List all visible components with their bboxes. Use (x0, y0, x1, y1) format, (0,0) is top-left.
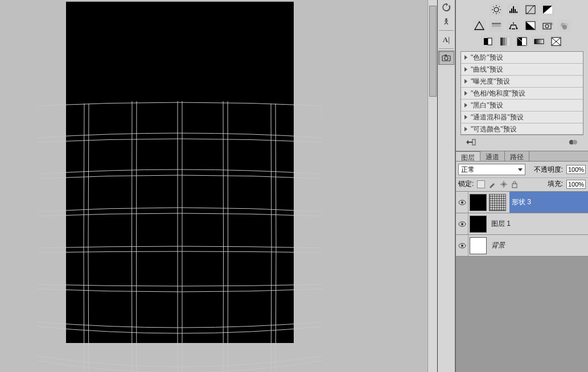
svg-rect-3 (445, 55, 447, 56)
brightness-contrast-icon[interactable] (490, 3, 503, 16)
svg-rect-14 (492, 27, 501, 29)
adjustment-presets-list[interactable]: "色阶"预设 "曲线"预设 "曝光度"预设 "色相/饱和度"预设 "黑白"预设 … (460, 51, 583, 135)
layer-name[interactable]: 背景 (489, 235, 588, 256)
visibility-eye-icon[interactable] (456, 192, 468, 213)
scrollbar-thumb[interactable] (429, 6, 437, 97)
opacity-field[interactable]: 100% (566, 165, 586, 174)
tab-layers[interactable]: 图层 (456, 151, 480, 161)
lock-position-icon[interactable] (500, 180, 508, 188)
svg-rect-28 (503, 38, 505, 46)
adjustments-row-1 (460, 3, 583, 16)
invert-icon[interactable] (481, 35, 495, 48)
svg-rect-13 (492, 25, 501, 27)
svg-point-0 (445, 18, 447, 20)
layer-thumbnail[interactable] (470, 216, 487, 233)
selective-color-icon[interactable] (549, 35, 563, 48)
preset-label: "曲线"预设 (471, 65, 503, 75)
svg-point-24 (562, 25, 567, 30)
exposure-icon[interactable] (541, 3, 554, 16)
preset-item[interactable]: "通道混和器"预设 (461, 111, 583, 123)
svg-rect-27 (500, 38, 503, 46)
paragraph-panel-icon[interactable]: A| (438, 32, 454, 47)
caret-down-icon (518, 168, 523, 171)
layers-list[interactable]: 形状 3 图层 1 背景 (456, 192, 588, 372)
svg-rect-12 (492, 23, 501, 24)
return-to-adjustment-icon[interactable] (465, 138, 476, 147)
blend-mode-select[interactable]: 正常 (458, 164, 525, 175)
svg-rect-34 (472, 139, 475, 145)
svg-rect-17 (512, 28, 515, 30)
svg-point-36 (573, 140, 577, 144)
collapsed-panel-dock: A| (438, 0, 455, 372)
vibrance-icon[interactable] (472, 19, 486, 32)
layer-row[interactable]: 图层 1 (456, 213, 588, 235)
curves-icon[interactable] (524, 3, 537, 16)
preset-item[interactable]: "黑白"预设 (461, 100, 583, 111)
canvas-vertical-scrollbar[interactable] (427, 0, 437, 372)
layer-options-row: 正常 不透明度: 100% (456, 162, 588, 178)
gradient-map-icon[interactable] (532, 35, 546, 48)
preset-label: "色阶"预设 (471, 53, 503, 63)
svg-point-41 (461, 223, 463, 225)
camera-panel-icon[interactable] (438, 51, 454, 65)
tab-paths[interactable]: 路径 (505, 151, 529, 161)
hue-saturation-icon[interactable] (490, 19, 503, 32)
svg-point-20 (545, 24, 549, 28)
svg-rect-25 (484, 38, 488, 45)
layer-row[interactable]: 背景 (456, 235, 588, 257)
preset-label: "可选颜色"预设 (471, 125, 517, 134)
lock-label: 锁定: (458, 179, 474, 189)
vector-mask-thumbnail[interactable] (489, 194, 506, 211)
triangle-right-icon (464, 79, 467, 84)
svg-rect-29 (505, 38, 507, 46)
canvas-area[interactable] (0, 0, 438, 372)
triangle-right-icon (464, 127, 467, 131)
triangle-right-icon (464, 115, 467, 119)
preset-item[interactable]: "曝光度"预设 (461, 76, 583, 88)
threshold-icon[interactable] (515, 35, 529, 48)
adjustments-row-3 (460, 35, 583, 48)
svg-point-43 (461, 245, 463, 247)
clip-to-layer-icon[interactable] (568, 138, 579, 147)
svg-rect-32 (534, 39, 544, 44)
preset-label: "通道混和器"预设 (471, 113, 524, 122)
layer-name[interactable]: 图层 1 (489, 213, 588, 234)
lock-row: 锁定: 填充: 100% (456, 178, 588, 192)
layer-row[interactable]: 形状 3 (456, 192, 588, 213)
actions-panel-icon[interactable] (438, 14, 454, 28)
opacity-label: 不透明度: (534, 165, 563, 175)
visibility-eye-icon[interactable] (456, 235, 468, 256)
preset-label: "黑白"预设 (471, 101, 503, 110)
svg-rect-6 (511, 9, 512, 13)
preset-label: "曝光度"预设 (471, 77, 510, 86)
preset-item[interactable]: "色相/饱和度"预设 (461, 88, 583, 100)
lock-all-icon[interactable] (511, 180, 518, 188)
color-balance-icon[interactable] (507, 19, 520, 32)
preset-item[interactable]: "可选颜色"预设 (461, 123, 583, 135)
layer-name[interactable]: 形状 3 (509, 192, 588, 213)
svg-rect-30 (507, 38, 509, 46)
posterize-icon[interactable] (498, 35, 512, 48)
adjustments-row-2 (460, 19, 583, 32)
lock-brush-icon[interactable] (488, 180, 496, 188)
separator (439, 30, 454, 31)
preset-item[interactable]: "曲线"预设 (461, 64, 583, 76)
svg-point-15 (509, 28, 511, 30)
black-white-icon[interactable] (524, 19, 537, 32)
tab-channels[interactable]: 通道 (480, 151, 505, 161)
svg-rect-37 (512, 184, 517, 188)
photo-filter-icon[interactable] (541, 19, 554, 32)
history-panel-icon[interactable] (438, 0, 454, 14)
artboard (66, 2, 294, 343)
preset-item[interactable]: "色阶"预设 (461, 52, 583, 64)
visibility-eye-icon[interactable] (456, 213, 468, 234)
channel-mixer-icon[interactable] (558, 19, 571, 32)
levels-icon[interactable] (507, 3, 520, 16)
layer-thumbnail[interactable] (470, 194, 487, 211)
lock-transparency-icon[interactable] (477, 180, 485, 188)
fill-field[interactable]: 100% (566, 180, 586, 189)
panel-tabs: 图层 通道 路径 (456, 151, 588, 162)
layer-thumbnail[interactable] (470, 237, 487, 254)
fill-label: 填充: (548, 179, 563, 189)
svg-point-2 (445, 56, 448, 60)
